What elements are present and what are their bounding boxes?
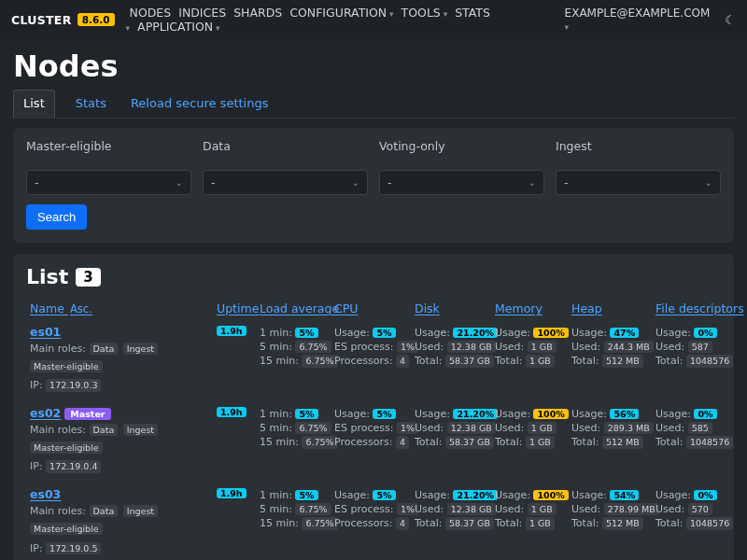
role-chip: Master-eligible bbox=[30, 360, 103, 372]
tab-stats[interactable]: Stats bbox=[72, 91, 110, 118]
filter-master-value: - bbox=[35, 175, 39, 189]
chevron-down-icon: ⌄ bbox=[705, 177, 712, 188]
list-panel: List 3 Name Asc. Uptime Load average CPU… bbox=[13, 254, 734, 560]
role-chip: Master-eligible bbox=[30, 441, 103, 454]
filter-ingest-value: - bbox=[564, 175, 569, 189]
filter-data-value: - bbox=[211, 175, 216, 189]
ip-chip: 172.19.0.5 bbox=[46, 542, 101, 554]
col-cpu[interactable]: CPU bbox=[331, 298, 411, 321]
filters-panel: Master-eligible -⌄ Data -⌄ Voting-only -… bbox=[13, 128, 734, 243]
nav-nodes[interactable]: NODES bbox=[130, 6, 172, 20]
col-memory[interactable]: Memory bbox=[491, 298, 568, 321]
node-link[interactable]: es01 bbox=[30, 325, 61, 339]
col-name[interactable]: Name Asc. bbox=[26, 298, 213, 321]
chevron-down-icon: ⌄ bbox=[176, 177, 183, 188]
role-chip: Ingest bbox=[123, 424, 158, 436]
filter-voting-label: Voting-only bbox=[379, 139, 544, 153]
filter-master-select[interactable]: -⌄ bbox=[26, 170, 191, 195]
filter-data-select[interactable]: -⌄ bbox=[203, 170, 368, 195]
version-badge: 8.6.0 bbox=[78, 13, 115, 26]
chevron-down-icon: ⌄ bbox=[352, 177, 359, 188]
uptime-badge: 1.9h bbox=[217, 407, 247, 417]
role-chip: Ingest bbox=[123, 505, 158, 517]
filter-voting-value: - bbox=[388, 175, 392, 189]
role-chip: Data bbox=[90, 424, 119, 436]
user-menu[interactable]: EXAMPLE@EXAMPLE.COM bbox=[565, 7, 711, 33]
filter-ingest-select[interactable]: -⌄ bbox=[556, 170, 721, 195]
tabs: List Stats Reload secure settings bbox=[13, 90, 734, 119]
nav-indices[interactable]: INDICES bbox=[178, 6, 226, 20]
role-chip: Data bbox=[90, 505, 119, 517]
uptime-badge: 1.9h bbox=[217, 488, 247, 498]
nav-application[interactable]: APPLICATION bbox=[137, 20, 220, 34]
role-chip: Master-eligible bbox=[30, 523, 103, 535]
tab-reload-secure[interactable]: Reload secure settings bbox=[127, 91, 273, 118]
role-chip: Ingest bbox=[123, 343, 158, 355]
theme-toggle-icon[interactable]: ☾ bbox=[725, 13, 736, 27]
nav-tools[interactable]: TOOLS bbox=[402, 6, 448, 20]
node-link[interactable]: es03 bbox=[30, 487, 61, 501]
tab-list[interactable]: List bbox=[13, 90, 55, 118]
col-fd[interactable]: File descriptors bbox=[652, 298, 734, 321]
master-badge: Master bbox=[64, 408, 110, 420]
table-row: es03 Main roles: Data Ingest Master-elig… bbox=[26, 483, 734, 560]
col-disk[interactable]: Disk bbox=[411, 298, 491, 321]
nav-configuration[interactable]: CONFIGURATION bbox=[289, 6, 393, 20]
col-heap[interactable]: Heap bbox=[568, 298, 652, 321]
ip-chip: 172.19.0.3 bbox=[46, 379, 101, 391]
search-button[interactable]: Search bbox=[26, 204, 87, 230]
filter-data-label: Data bbox=[203, 139, 368, 153]
page-title: Nodes bbox=[13, 49, 734, 84]
list-count-badge: 3 bbox=[76, 268, 100, 287]
nodes-table: Name Asc. Uptime Load average CPU Disk M… bbox=[26, 298, 734, 560]
table-row: es01 Main roles: Data Ingest Master-elig… bbox=[26, 321, 734, 402]
list-heading: List bbox=[26, 265, 68, 288]
filter-ingest-label: Ingest bbox=[556, 139, 721, 153]
nav-shards[interactable]: SHARDS bbox=[233, 6, 282, 20]
filter-master-label: Master-eligible bbox=[26, 139, 191, 153]
role-chip: Data bbox=[90, 343, 119, 355]
chevron-down-icon: ⌄ bbox=[529, 177, 536, 188]
uptime-badge: 1.9h bbox=[217, 326, 247, 336]
ip-chip: 172.19.0.4 bbox=[46, 460, 101, 472]
col-load[interactable]: Load average bbox=[256, 298, 331, 321]
filter-voting-select[interactable]: -⌄ bbox=[379, 170, 544, 195]
node-link[interactable]: es02 bbox=[30, 406, 61, 420]
sort-direction: Asc. bbox=[70, 302, 92, 315]
col-uptime[interactable]: Uptime bbox=[213, 298, 256, 321]
nav-brand[interactable]: CLUSTER bbox=[11, 13, 72, 27]
table-row: es02Master Main roles: Data Ingest Maste… bbox=[26, 402, 734, 483]
navbar: CLUSTER 8.6.0 NODESINDICESSHARDSCONFIGUR… bbox=[0, 0, 747, 39]
